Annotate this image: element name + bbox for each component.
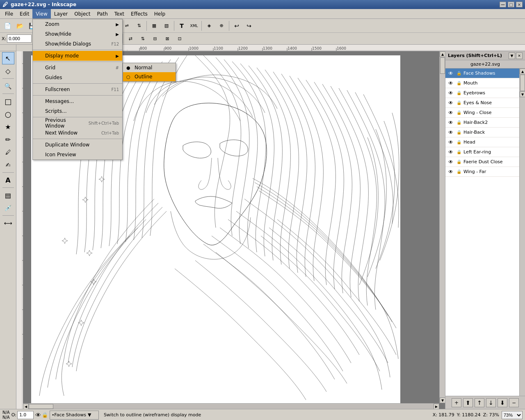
horizontal-scrollbar[interactable]: ◀ ▶ [23, 403, 439, 409]
transform-x-button[interactable]: ⇄ [125, 33, 136, 44]
layer-lock-0[interactable]: 🔒 [456, 70, 462, 77]
new-button[interactable]: 📄 [2, 20, 13, 32]
layer-item-eyes-&-nose[interactable]: 👁🔒Eyes & Nose [445, 98, 519, 108]
snap-bbox-button[interactable]: ⊠ [162, 33, 173, 44]
menu-show-hide[interactable]: Show/Hide [33, 29, 122, 39]
lock-status-icon[interactable]: 🔒 [42, 412, 48, 418]
menu-view[interactable]: View [32, 9, 50, 18]
zoom-select[interactable]: 73% 50% 100% [502, 411, 523, 419]
layers-scroll-down[interactable]: ▼ [520, 91, 525, 97]
display-outline[interactable]: ○ Outline [123, 72, 176, 81]
redo-button[interactable]: ↪ [243, 20, 255, 32]
undo-button[interactable]: ↩ [231, 20, 242, 32]
menu-scripts[interactable]: Scripts... [33, 106, 122, 116]
scroll-thumb-h[interactable] [29, 404, 53, 409]
text-button[interactable]: T [176, 20, 187, 32]
display-normal[interactable]: ● Normal [123, 63, 176, 72]
menu-zoom[interactable]: Zoom [33, 19, 122, 29]
layer-eye-7[interactable]: 👁 [447, 139, 454, 146]
tool-text[interactable]: A [2, 174, 14, 186]
layer-eye-3[interactable]: 👁 [447, 99, 454, 107]
tool-ellipse[interactable]: ○ [2, 108, 14, 120]
tool-rect[interactable]: □ [2, 95, 14, 107]
layer-raise-to-top-button[interactable]: ⬆ [463, 398, 473, 407]
tool-connector[interactable]: ⟷ [2, 217, 14, 229]
menu-icon-preview[interactable]: Icon Preview [33, 150, 122, 160]
layers-scroll-up[interactable]: ▲ [520, 68, 525, 74]
menu-dup-window[interactable]: Duplicate Window [33, 140, 122, 150]
scroll-right-button[interactable]: ▶ [434, 404, 439, 409]
layer-lock-7[interactable]: 🔒 [456, 139, 462, 146]
menu-edit[interactable]: Edit [16, 9, 32, 18]
tool-eyedropper[interactable]: 💉 [2, 202, 14, 214]
tool-gradient[interactable]: ▤ [2, 189, 14, 201]
menu-file[interactable]: File [2, 9, 16, 18]
layer-raise-button[interactable]: ↑ [475, 398, 484, 407]
menu-messages[interactable]: Messages... [33, 96, 122, 106]
menu-guides[interactable]: Guides [33, 73, 122, 82]
transform-y-button[interactable]: ⇅ [137, 33, 148, 44]
scroll-thumb-v[interactable] [440, 57, 445, 74]
xml-button[interactable]: XML [188, 20, 200, 32]
scroll-left-button[interactable]: ◀ [23, 404, 29, 409]
tool-pen[interactable]: 🖊 [2, 146, 14, 158]
menu-next-window[interactable]: Next Window Ctrl+Tab [33, 128, 122, 138]
flip-h-button[interactable]: ⇌ [121, 20, 132, 32]
menu-prev-window[interactable]: Previous Window Shift+Ctrl+Tab [33, 118, 122, 128]
current-layer-select[interactable]: •Face Shadows ▼ [50, 411, 99, 420]
layer-item-head[interactable]: 👁🔒Head [445, 137, 519, 147]
layers-menu-button[interactable]: ▼ [509, 52, 515, 59]
minimize-button[interactable]: — [500, 2, 506, 7]
layer-eye-4[interactable]: 👁 [447, 109, 454, 116]
layer-item-eyebrows[interactable]: 👁🔒Eyebrows [445, 88, 519, 98]
layer-lock-2[interactable]: 🔒 [456, 90, 462, 96]
visibility-icon[interactable]: 👁 [35, 412, 41, 418]
layers-scrollbar[interactable]: ▲ ▼ [519, 68, 525, 396]
open-button[interactable]: 📂 [14, 20, 25, 32]
layer-lock-8[interactable]: 🔒 [456, 149, 462, 155]
layer-eye-10[interactable]: 👁 [447, 168, 454, 176]
layer-lower-button[interactable]: ↓ [486, 398, 496, 407]
layer-eye-5[interactable]: 👁 [447, 119, 454, 126]
snap-page-button[interactable]: ⊡ [174, 33, 185, 44]
layer-item-face-shadows[interactable]: 👁🔒Face Shadows [445, 68, 519, 78]
tool-select[interactable]: ↖ [2, 52, 14, 64]
tool-node[interactable]: ◇ [2, 65, 14, 77]
node-edit-button[interactable]: ◈ [203, 20, 215, 32]
layer-eye-8[interactable]: 👁 [447, 148, 454, 156]
maximize-button[interactable]: □ [508, 2, 514, 7]
layer-lock-1[interactable]: 🔒 [456, 80, 462, 87]
x-input[interactable] [7, 34, 32, 43]
group-button[interactable]: ▦ [148, 20, 160, 32]
layer-item-left-ear-ring[interactable]: 👁🔒Left Ear-ring [445, 147, 519, 157]
layer-item-faerie-dust-close[interactable]: 👁🔒Faerie Dust Close [445, 157, 519, 167]
layer-lock-5[interactable]: 🔒 [456, 119, 462, 126]
menu-display-mode[interactable]: Display mode [33, 51, 122, 61]
layer-lock-4[interactable]: 🔒 [456, 110, 462, 116]
layer-eye-1[interactable]: 👁 [447, 80, 454, 87]
scroll-up-button[interactable]: ▲ [440, 51, 445, 57]
menu-show-hide-dialogs[interactable]: Show/Hide Dialogs F12 [33, 39, 122, 49]
menu-fullscreen[interactable]: Fullscreen F11 [33, 84, 122, 94]
menu-path[interactable]: Path [94, 9, 111, 18]
scroll-down-button[interactable]: ▼ [440, 397, 445, 403]
snap-button[interactable]: ⊕ [216, 20, 227, 32]
ungroup-button[interactable]: ▧ [161, 20, 172, 32]
layer-item-hair-back2[interactable]: 👁🔒Hair-Back2 [445, 118, 519, 128]
layer-lock-3[interactable]: 🔒 [456, 100, 462, 106]
layer-eye-9[interactable]: 👁 [447, 158, 454, 166]
layer-lock-6[interactable]: 🔒 [456, 129, 462, 136]
tool-calligraphy[interactable]: ✍ [2, 159, 14, 171]
menu-layer[interactable]: Layer [51, 9, 71, 18]
layers-close-button[interactable]: ✕ [516, 52, 523, 59]
close-button[interactable]: ✕ [516, 2, 523, 7]
layer-item-mouth[interactable]: 👁🔒Mouth [445, 78, 519, 88]
tool-pencil[interactable]: ✏ [2, 133, 14, 146]
layers-scroll-thumb[interactable] [520, 75, 525, 91]
snap-nodes-button[interactable]: ⊟ [149, 33, 161, 44]
layer-item-hair-back[interactable]: 👁🔒Hair-Back [445, 128, 519, 137]
layer-lock-10[interactable]: 🔒 [456, 169, 462, 175]
vertical-scrollbar[interactable]: ▲ ▼ [439, 51, 445, 403]
layer-eye-6[interactable]: 👁 [447, 129, 454, 136]
flip-v-button[interactable]: ⇅ [133, 20, 145, 32]
